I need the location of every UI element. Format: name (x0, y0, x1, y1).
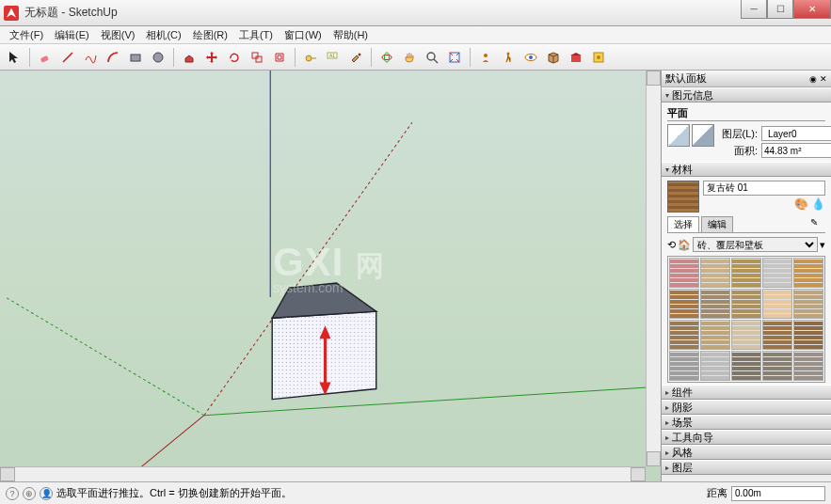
back-face-swatch[interactable] (692, 124, 714, 147)
material-thumb[interactable] (669, 320, 699, 350)
svg-rect-4 (256, 56, 262, 62)
material-thumb[interactable] (793, 289, 823, 319)
panel-layers[interactable]: 图层 (662, 460, 831, 475)
svg-rect-0 (40, 55, 49, 62)
tray-header[interactable]: 默认面板◉ ✕ (662, 71, 831, 87)
panel-components[interactable]: 组件 (662, 385, 831, 400)
pushpull-tool-icon[interactable] (179, 47, 200, 68)
panel-entity-info[interactable]: 图元信息 (662, 87, 831, 102)
tab-edit[interactable]: 编辑 (701, 216, 733, 232)
back-icon[interactable]: ⟲ (667, 239, 676, 251)
panel-materials[interactable]: 材料 (662, 162, 831, 177)
rect-tool-icon[interactable] (125, 47, 146, 68)
warehouse-icon[interactable] (566, 47, 586, 68)
section-tool-icon[interactable] (543, 47, 564, 68)
create-material-icon[interactable]: 🎨 (794, 197, 808, 211)
eraser-tool-icon[interactable] (35, 47, 56, 68)
material-category-select[interactable]: 砖、覆层和壁板 (693, 237, 818, 252)
maximize-button[interactable]: ☐ (767, 0, 793, 19)
area-label: 面积: (720, 144, 758, 158)
home-icon[interactable]: 🏠 (678, 239, 691, 251)
material-thumb[interactable] (762, 320, 792, 350)
material-thumb[interactable] (793, 258, 823, 288)
close-button[interactable]: ✕ (793, 0, 831, 19)
status-help-icon[interactable]: ? (6, 487, 19, 500)
panel-shadows[interactable]: 阴影 (662, 400, 831, 415)
arc-tool-icon[interactable] (103, 47, 123, 68)
front-face-swatch[interactable] (667, 124, 690, 147)
panel-instructor[interactable]: 工具向导 (662, 430, 831, 445)
category-menu-icon[interactable]: ▾ (820, 239, 825, 251)
look-tool-icon[interactable] (520, 47, 541, 68)
menu-help[interactable]: 帮助(H) (328, 26, 374, 43)
minimize-button[interactable]: ─ (741, 0, 767, 19)
material-thumb[interactable] (669, 258, 699, 288)
freehand-tool-icon[interactable] (80, 47, 101, 68)
menu-view[interactable]: 视图(V) (95, 26, 141, 43)
text-tool-icon[interactable]: A1 (323, 47, 344, 68)
zoom-tool-icon[interactable] (422, 47, 442, 68)
material-thumb[interactable] (793, 320, 823, 350)
orbit-tool-icon[interactable] (376, 47, 397, 68)
scale-tool-icon[interactable] (247, 47, 267, 68)
material-thumb[interactable] (731, 289, 761, 319)
watermark: GXI 网system.com (273, 240, 385, 295)
rotate-tool-icon[interactable] (224, 47, 245, 68)
svg-text:A1: A1 (329, 53, 335, 58)
menu-edit[interactable]: 编辑(E) (49, 26, 95, 43)
zoom-extents-tool-icon[interactable] (444, 47, 465, 68)
distance-input[interactable] (731, 486, 825, 501)
material-thumb[interactable] (731, 351, 761, 381)
titlebar: 无标题 - SketchUp ─ ☐ ✕ (0, 0, 831, 26)
material-thumb[interactable] (669, 289, 699, 319)
sample-material-icon[interactable]: 💧 (811, 197, 825, 211)
material-thumb[interactable] (762, 351, 792, 381)
viewport-3d[interactable]: GXI 网system.com (0, 71, 662, 481)
panel-styles[interactable]: 风格 (662, 445, 831, 460)
material-thumb[interactable] (762, 289, 792, 319)
tab-select[interactable]: 选择 (667, 216, 699, 232)
svg-point-11 (427, 53, 435, 60)
svg-line-21 (6, 297, 204, 416)
menu-tools[interactable]: 工具(T) (233, 26, 279, 43)
current-material-name: 复古砖 01 (703, 181, 825, 196)
walk-tool-icon[interactable] (498, 47, 519, 68)
move-tool-icon[interactable] (201, 47, 222, 68)
pan-tool-icon[interactable] (399, 47, 420, 68)
menu-file[interactable]: 文件(F) (4, 26, 49, 43)
material-thumb[interactable] (731, 320, 761, 350)
material-thumb[interactable] (700, 351, 730, 381)
current-material-swatch[interactable] (667, 181, 699, 213)
status-geo-icon[interactable]: ⊕ (23, 487, 36, 500)
extension-icon[interactable] (588, 47, 609, 68)
material-thumb[interactable] (793, 351, 823, 381)
svg-point-19 (597, 55, 600, 59)
offset-tool-icon[interactable] (269, 47, 290, 68)
status-user-icon[interactable]: 👤 (40, 487, 53, 500)
material-thumb[interactable] (700, 258, 730, 288)
position-camera-icon[interactable] (475, 47, 496, 68)
menu-window[interactable]: 窗口(W) (279, 26, 328, 43)
entity-type-label: 平面 (667, 106, 825, 121)
menu-draw[interactable]: 绘图(R) (187, 26, 233, 43)
tape-tool-icon[interactable] (300, 47, 321, 68)
svg-rect-1 (131, 55, 140, 61)
material-thumb[interactable] (669, 351, 699, 381)
material-thumb[interactable] (731, 258, 761, 288)
line-tool-icon[interactable] (57, 47, 78, 68)
paint-tool-icon[interactable] (345, 47, 366, 68)
menubar: 文件(F) 编辑(E) 视图(V) 相机(C) 绘图(R) 工具(T) 窗口(W… (0, 26, 831, 44)
menu-camera[interactable]: 相机(C) (140, 26, 186, 43)
select-tool-icon[interactable] (4, 47, 24, 68)
edit-pencil-icon[interactable]: ✎ (805, 216, 823, 232)
statusbar: ? ⊕ 👤 选取平面进行推拉。Ctrl = 切换创建新的开始平面。 距离 (0, 481, 831, 504)
horizontal-scrollbar[interactable] (0, 466, 646, 481)
material-thumb[interactable] (762, 258, 792, 288)
circle-tool-icon[interactable] (148, 47, 168, 68)
material-thumb[interactable] (700, 289, 730, 319)
material-thumb[interactable] (700, 320, 730, 350)
panel-scenes[interactable]: 场景 (662, 415, 831, 430)
app-icon (4, 6, 19, 21)
layer-select[interactable]: Layer0 (761, 126, 831, 141)
vertical-scrollbar[interactable] (646, 71, 661, 466)
